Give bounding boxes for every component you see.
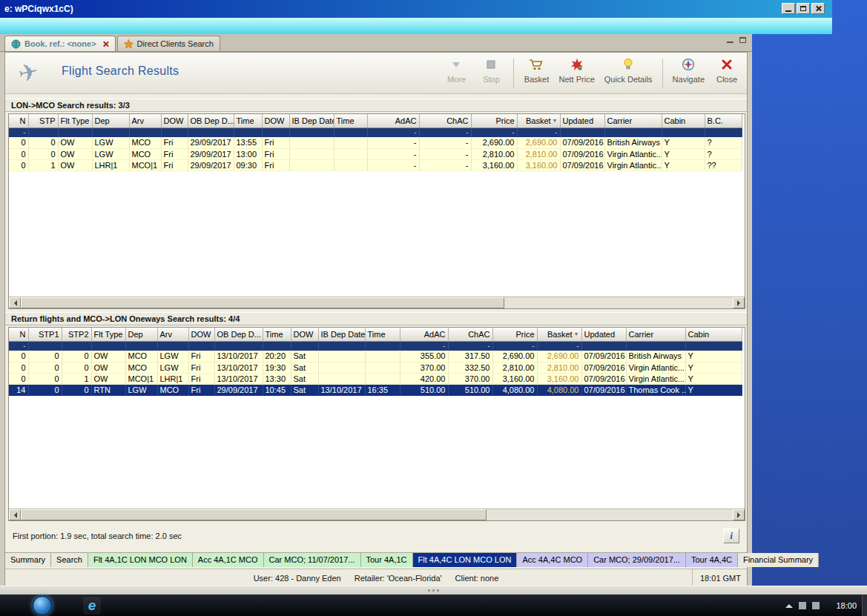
column-header-updated[interactable]: Updated — [560, 114, 604, 127]
window-titlebar[interactable]: e: wPCiqwx1cC) — [0, 0, 832, 18]
column-header-ob-dep-d-[interactable]: OB Dep D... — [188, 114, 234, 127]
filter-cell[interactable] — [28, 341, 62, 351]
bottom-tab-car-mco-29-09-2017-[interactable]: Car MCO; 29/09/2017... — [588, 553, 686, 567]
result-row[interactable]: 1400RTNLGWMCOFri29/09/201710:45Sat13/10/… — [9, 384, 742, 395]
column-header-b-c-[interactable]: B.C. — [705, 114, 742, 127]
bottom-tab-tour-4a-1c[interactable]: Tour 4A,1C — [361, 553, 413, 567]
taskbar-browser-button[interactable]: e — [83, 597, 101, 615]
filter-cell[interactable] — [129, 127, 161, 137]
filter-cell[interactable] — [91, 341, 125, 351]
return-horizontal-scrollbar[interactable] — [9, 509, 745, 520]
tray-icon[interactable] — [799, 602, 806, 609]
result-row[interactable]: 001OWMCO|1LHR|1Fri13/10/201713:30Sat420.… — [9, 373, 742, 384]
filter-cell[interactable] — [214, 341, 263, 351]
filter-cell[interactable]: - — [367, 127, 419, 137]
column-header-dep[interactable]: Dep — [125, 328, 157, 341]
column-header-price[interactable]: Price — [492, 328, 537, 341]
panel-restore-icon[interactable] — [739, 37, 746, 43]
filter-cell[interactable] — [188, 127, 234, 137]
filter-cell[interactable]: - — [419, 127, 471, 137]
filter-cell[interactable]: - — [9, 341, 28, 351]
filter-cell[interactable] — [28, 127, 58, 137]
column-header-dep[interactable]: Dep — [92, 114, 129, 127]
filter-cell[interactable] — [92, 127, 129, 137]
result-row[interactable]: 00OWLGWMCOFri29/09/201713:00Fri--2,810.0… — [9, 148, 742, 159]
tab-direct-clients-search[interactable]: Direct Clients Search — [117, 36, 220, 51]
column-header-stp1[interactable]: STP1 — [28, 328, 62, 341]
column-header-ib-dep-date[interactable]: IB Dep Date — [289, 114, 334, 127]
filter-cell[interactable] — [626, 341, 685, 351]
column-header-time[interactable]: Time — [334, 114, 367, 127]
column-header-cabin[interactable]: Cabin — [662, 114, 705, 127]
filter-cell[interactable]: - — [492, 341, 537, 351]
column-header-ib-dep-date[interactable]: IB Dep Date — [318, 328, 365, 341]
filter-cell[interactable] — [289, 127, 334, 137]
column-header-time[interactable]: Time — [365, 328, 400, 341]
bottom-tab-acc-4a-1c-mco[interactable]: Acc 4A,1C MCO — [193, 553, 264, 567]
column-header-carrier[interactable]: Carrier — [604, 114, 662, 127]
scroll-left-button[interactable] — [9, 509, 21, 520]
minimize-button[interactable] — [782, 3, 795, 14]
tray-icon[interactable] — [812, 602, 820, 609]
result-row[interactable]: 01OWLHR|1MCO|1Fri29/09/201709:30Fri--3,1… — [9, 159, 742, 170]
column-header-time[interactable]: Time — [263, 328, 291, 341]
column-header-stp[interactable]: STP — [28, 114, 58, 127]
column-header-updated[interactable]: Updated — [581, 328, 626, 341]
scroll-right-button[interactable] — [733, 509, 745, 520]
filter-cell[interactable]: - — [9, 127, 28, 137]
filter-cell[interactable]: - — [471, 127, 517, 137]
column-header-arv[interactable]: Arv — [157, 328, 188, 341]
filter-cell[interactable] — [705, 127, 742, 137]
tab-close-icon[interactable] — [102, 41, 109, 47]
filter-cell[interactable] — [685, 341, 742, 351]
filter-cell[interactable] — [318, 341, 365, 351]
result-row[interactable]: 00OWLGWMCOFri29/09/201713:55Fri--2,690.0… — [9, 137, 742, 148]
column-header-chac[interactable]: ChAC — [448, 328, 492, 341]
show-desktop-button[interactable] — [862, 595, 867, 616]
column-header-dow[interactable]: DOW — [188, 328, 214, 341]
column-header-dow[interactable]: DOW — [291, 328, 318, 341]
bottom-tab-flt-4a-4c-lon-mco-lon[interactable]: Flt 4A,4C LON MCO LON — [413, 553, 518, 567]
taskbar-clock[interactable]: 18:00 — [836, 595, 857, 616]
column-header-flt-type[interactable]: Flt Type — [58, 114, 92, 127]
column-header-basket[interactable]: Basket▼ — [517, 114, 560, 127]
start-button[interactable] — [33, 596, 52, 615]
column-header-price[interactable]: Price — [471, 114, 517, 127]
column-header-flt-type[interactable]: Flt Type — [91, 328, 125, 341]
filter-cell[interactable] — [365, 341, 400, 351]
filter-cell[interactable] — [58, 127, 92, 137]
filter-cell[interactable] — [188, 341, 214, 351]
column-header-basket[interactable]: Basket▼ — [537, 328, 581, 341]
filter-cell[interactable] — [262, 127, 289, 137]
bottom-tab-summary[interactable]: Summary — [5, 553, 51, 567]
bottom-tab-tour-4a-4c[interactable]: Tour 4A,4C — [686, 553, 738, 567]
column-header-ob-dep-d-[interactable]: OB Dep D... — [214, 328, 263, 341]
tray-expand-icon[interactable] — [785, 600, 793, 608]
column-header-adac[interactable]: AdAC — [367, 114, 419, 127]
column-header-stp2[interactable]: STP2 — [62, 328, 91, 341]
column-header-n[interactable]: N — [9, 114, 28, 127]
filter-cell[interactable] — [662, 127, 705, 137]
scroll-left-button[interactable] — [9, 297, 21, 308]
filter-cell[interactable] — [125, 341, 157, 351]
filter-cell[interactable]: - — [517, 127, 560, 137]
panel-minimize-icon[interactable] — [727, 42, 734, 43]
filter-cell[interactable] — [581, 341, 626, 351]
column-header-chac[interactable]: ChAC — [419, 114, 471, 127]
scrollbar-thumb[interactable] — [21, 509, 487, 520]
filter-cell[interactable] — [560, 127, 604, 137]
quick-details-button[interactable]: Quick Details — [604, 57, 653, 84]
outbound-horizontal-scrollbar[interactable] — [9, 297, 745, 308]
filter-cell[interactable] — [62, 341, 91, 351]
column-header-dow[interactable]: DOW — [161, 114, 188, 127]
bottom-tab-acc-4a-4c-mco[interactable]: Acc 4A,4C MCO — [517, 553, 588, 567]
filter-cell[interactable] — [291, 341, 318, 351]
info-button[interactable]: i — [723, 529, 739, 543]
close-window-button[interactable] — [811, 3, 825, 14]
filter-cell[interactable]: - — [400, 341, 448, 351]
filter-cell[interactable]: - — [537, 341, 581, 351]
bottom-tab-financial-summary[interactable]: Financial Summary — [738, 553, 819, 567]
bottom-tab-search[interactable]: Search — [51, 553, 88, 567]
more-button[interactable]: More — [444, 57, 469, 84]
result-row[interactable]: 000OWMCOLGWFri13/10/201719:30Sat370.0033… — [9, 362, 742, 373]
